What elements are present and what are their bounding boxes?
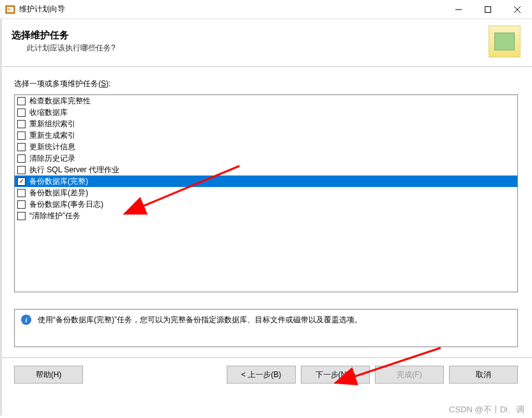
wizard-header: 选择维护任务 此计划应该执行哪些任务? (0, 19, 532, 67)
titlebar: 维护计划向导 (0, 0, 532, 19)
task-label: 更新统计信息 (29, 142, 75, 153)
task-checkbox[interactable] (17, 166, 26, 174)
task-row[interactable]: 检查数据库完整性 (15, 95, 517, 107)
task-row[interactable]: 更新统计信息 (15, 141, 517, 153)
task-checkbox[interactable] (17, 212, 26, 220)
finish-button: 完成(F) (375, 366, 444, 384)
task-label: 重新生成索引 (29, 130, 75, 141)
task-checkbox[interactable] (17, 108, 26, 117)
wizard-buttons: 帮助(H) < 上一步(B) 下一步(N) > 完成(F) 取消 (0, 358, 532, 392)
task-description-box: i 使用“备份数据库(完整)”任务，您可以为完整备份指定源数据库、目标文件或磁带… (14, 309, 518, 347)
task-checkbox[interactable] (17, 189, 26, 197)
task-row[interactable]: “清除维护”任务 (15, 210, 517, 221)
task-checkbox[interactable] (17, 143, 26, 151)
cancel-button[interactable]: 取消 (449, 366, 518, 384)
watermark: CSDN @不丨Di、调 (449, 404, 524, 415)
minimize-button[interactable] (444, 0, 473, 19)
task-row[interactable]: 执行 SQL Server 代理作业 (15, 164, 517, 175)
task-label: 检查数据库完整性 (29, 96, 91, 107)
info-icon: i (21, 315, 31, 325)
next-button[interactable]: 下一步(N) > (301, 366, 370, 384)
window-title: 维护计划向导 (19, 4, 65, 15)
task-checkbox[interactable] (17, 120, 26, 128)
task-row[interactable]: 重新组织索引 (15, 118, 517, 130)
task-label: 备份数据库(事务日志) (29, 199, 103, 210)
back-button[interactable]: < 上一步(B) (227, 366, 296, 384)
svg-rect-3 (8, 10, 11, 10)
wizard-icon (489, 26, 521, 57)
page-subtitle: 此计划应该执行哪些任务? (27, 43, 489, 54)
window-controls (444, 0, 532, 19)
task-description: 使用“备份数据库(完整)”任务，您可以为完整备份指定源数据库、目标文件或磁带以及… (38, 315, 362, 325)
task-label: “清除维护”任务 (29, 211, 80, 221)
task-label: 重新组织索引 (29, 119, 75, 130)
svg-rect-5 (485, 6, 491, 12)
help-button[interactable]: 帮助(H) (14, 366, 83, 384)
task-label: 清除历史记录 (29, 153, 75, 164)
task-label: 备份数据库(完整) (29, 176, 88, 187)
task-row[interactable]: 备份数据库(事务日志) (15, 198, 517, 210)
maximize-button[interactable] (473, 0, 503, 19)
task-checkbox[interactable] (17, 200, 26, 209)
task-list[interactable]: 检查数据库完整性收缩数据库重新组织索引重新生成索引更新统计信息清除历史记录执行 … (14, 94, 518, 292)
task-label: 执行 SQL Server 代理作业 (29, 165, 119, 175)
page-title: 选择维护任务 (11, 29, 489, 41)
task-row[interactable]: 重新生成索引 (15, 130, 517, 141)
app-icon (5, 4, 15, 15)
task-prompt: 选择一项或多项维护任务(S): (14, 78, 518, 89)
svg-rect-2 (8, 8, 10, 9)
task-checkbox[interactable] (17, 97, 26, 105)
task-label: 收缩数据库 (29, 107, 68, 118)
task-checkbox[interactable] (17, 131, 26, 140)
task-checkbox[interactable]: ✓ (17, 177, 26, 186)
task-row[interactable]: 收缩数据库 (15, 107, 517, 118)
task-row[interactable]: 备份数据库(差异) (15, 187, 517, 198)
close-button[interactable] (503, 0, 532, 19)
task-checkbox[interactable] (17, 154, 26, 163)
task-label: 备份数据库(差异) (29, 188, 88, 198)
task-row[interactable]: ✓备份数据库(完整) (15, 175, 517, 187)
task-row[interactable]: 清除历史记录 (15, 153, 517, 164)
